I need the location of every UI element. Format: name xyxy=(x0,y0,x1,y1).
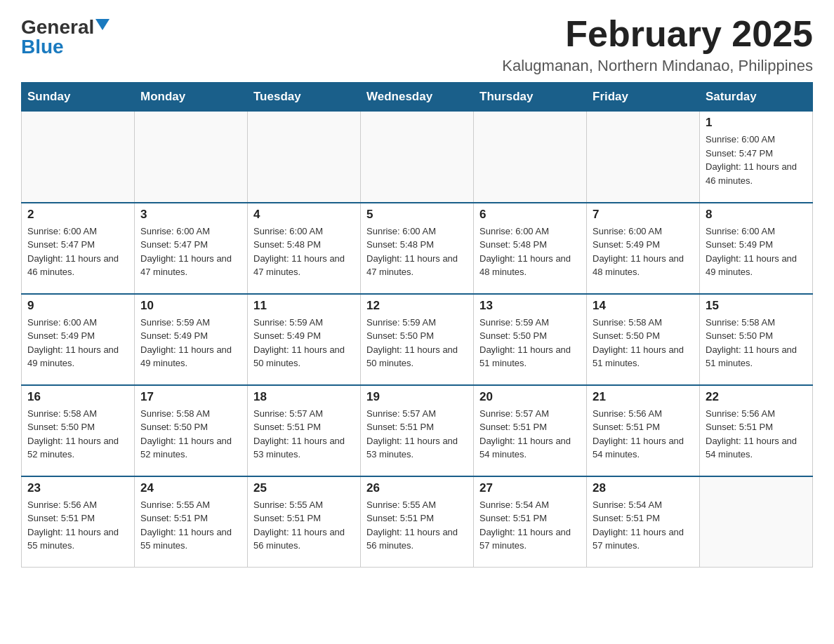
day-info: Sunrise: 5:59 AMSunset: 5:50 PMDaylight:… xyxy=(366,316,468,370)
day-number: 20 xyxy=(479,390,581,404)
day-info: Sunrise: 5:56 AMSunset: 5:51 PMDaylight:… xyxy=(27,498,128,553)
day-number: 1 xyxy=(706,116,807,130)
calendar-cell xyxy=(587,112,700,203)
header: General Blue February 2025 Kalugmanan, N… xyxy=(21,14,813,75)
day-info: Sunrise: 6:00 AMSunset: 5:47 PMDaylight:… xyxy=(140,224,241,279)
calendar-cell xyxy=(248,112,361,203)
calendar-cell: 4Sunrise: 6:00 AMSunset: 5:48 PMDaylight… xyxy=(248,203,361,294)
calendar-cell: 1Sunrise: 6:00 AMSunset: 5:47 PMDaylight… xyxy=(700,112,813,203)
logo-triangle-icon xyxy=(95,19,110,30)
day-number: 5 xyxy=(366,208,468,222)
calendar-table: SundayMondayTuesdayWednesdayThursdayFrid… xyxy=(21,82,813,568)
day-info: Sunrise: 6:00 AMSunset: 5:47 PMDaylight:… xyxy=(27,224,128,279)
day-number: 18 xyxy=(253,390,355,404)
day-number: 25 xyxy=(253,481,355,495)
day-number: 17 xyxy=(140,390,241,404)
day-number: 27 xyxy=(479,481,581,495)
calendar-cell: 19Sunrise: 5:57 AMSunset: 5:51 PMDayligh… xyxy=(361,385,474,476)
day-number: 24 xyxy=(140,481,241,495)
header-day-tuesday: Tuesday xyxy=(248,83,361,112)
day-info: Sunrise: 5:57 AMSunset: 5:51 PMDaylight:… xyxy=(366,407,468,462)
header-day-monday: Monday xyxy=(135,83,248,112)
header-day-sunday: Sunday xyxy=(22,83,135,112)
day-number: 28 xyxy=(593,481,694,495)
day-number: 15 xyxy=(706,299,807,313)
day-info: Sunrise: 6:00 AMSunset: 5:48 PMDaylight:… xyxy=(253,224,355,279)
day-number: 2 xyxy=(27,208,128,222)
calendar-cell: 14Sunrise: 5:58 AMSunset: 5:50 PMDayligh… xyxy=(587,294,700,385)
calendar-cell: 9Sunrise: 6:00 AMSunset: 5:49 PMDaylight… xyxy=(22,294,135,385)
title-area: February 2025 Kalugmanan, Northern Minda… xyxy=(502,14,813,75)
day-number: 26 xyxy=(366,481,468,495)
day-info: Sunrise: 5:56 AMSunset: 5:51 PMDaylight:… xyxy=(706,407,807,462)
week-row-2: 2Sunrise: 6:00 AMSunset: 5:47 PMDaylight… xyxy=(22,203,813,294)
calendar-cell: 26Sunrise: 5:55 AMSunset: 5:51 PMDayligh… xyxy=(361,476,474,568)
day-info: Sunrise: 5:59 AMSunset: 5:49 PMDaylight:… xyxy=(140,316,241,370)
week-row-1: 1Sunrise: 6:00 AMSunset: 5:47 PMDaylight… xyxy=(22,112,813,203)
calendar-cell: 5Sunrise: 6:00 AMSunset: 5:48 PMDaylight… xyxy=(361,203,474,294)
week-row-4: 16Sunrise: 5:58 AMSunset: 5:50 PMDayligh… xyxy=(22,385,813,476)
calendar-cell: 27Sunrise: 5:54 AMSunset: 5:51 PMDayligh… xyxy=(474,476,587,568)
day-number: 13 xyxy=(479,299,581,313)
day-number: 22 xyxy=(706,390,807,404)
day-info: Sunrise: 5:59 AMSunset: 5:50 PMDaylight:… xyxy=(479,316,581,370)
day-info: Sunrise: 5:54 AMSunset: 5:51 PMDaylight:… xyxy=(479,498,581,553)
calendar-cell: 17Sunrise: 5:58 AMSunset: 5:50 PMDayligh… xyxy=(135,385,248,476)
calendar-cell xyxy=(474,112,587,203)
calendar-subtitle: Kalugmanan, Northern Mindanao, Philippin… xyxy=(502,57,813,75)
day-info: Sunrise: 5:57 AMSunset: 5:51 PMDaylight:… xyxy=(253,407,355,462)
day-info: Sunrise: 5:58 AMSunset: 5:50 PMDaylight:… xyxy=(140,407,241,462)
day-number: 14 xyxy=(593,299,694,313)
calendar-cell: 13Sunrise: 5:59 AMSunset: 5:50 PMDayligh… xyxy=(474,294,587,385)
calendar-cell: 25Sunrise: 5:55 AMSunset: 5:51 PMDayligh… xyxy=(248,476,361,568)
calendar-cell xyxy=(700,476,813,568)
calendar-cell: 18Sunrise: 5:57 AMSunset: 5:51 PMDayligh… xyxy=(248,385,361,476)
logo-general-text: General xyxy=(21,18,94,37)
calendar-cell: 16Sunrise: 5:58 AMSunset: 5:50 PMDayligh… xyxy=(22,385,135,476)
day-info: Sunrise: 5:58 AMSunset: 5:50 PMDaylight:… xyxy=(706,316,807,370)
calendar-cell: 21Sunrise: 5:56 AMSunset: 5:51 PMDayligh… xyxy=(587,385,700,476)
day-info: Sunrise: 5:58 AMSunset: 5:50 PMDaylight:… xyxy=(27,407,128,462)
day-info: Sunrise: 5:55 AMSunset: 5:51 PMDaylight:… xyxy=(253,498,355,553)
day-info: Sunrise: 5:57 AMSunset: 5:51 PMDaylight:… xyxy=(479,407,581,462)
day-number: 4 xyxy=(253,208,355,222)
day-info: Sunrise: 6:00 AMSunset: 5:48 PMDaylight:… xyxy=(479,224,581,279)
day-info: Sunrise: 6:00 AMSunset: 5:47 PMDaylight:… xyxy=(706,133,807,187)
day-info: Sunrise: 5:58 AMSunset: 5:50 PMDaylight:… xyxy=(593,316,694,370)
calendar-cell: 10Sunrise: 5:59 AMSunset: 5:49 PMDayligh… xyxy=(135,294,248,385)
day-info: Sunrise: 5:55 AMSunset: 5:51 PMDaylight:… xyxy=(140,498,241,553)
day-info: Sunrise: 6:00 AMSunset: 5:49 PMDaylight:… xyxy=(27,316,128,370)
calendar-cell: 11Sunrise: 5:59 AMSunset: 5:49 PMDayligh… xyxy=(248,294,361,385)
header-day-friday: Friday xyxy=(587,83,700,112)
day-number: 19 xyxy=(366,390,468,404)
calendar-title: February 2025 xyxy=(502,14,813,54)
week-row-3: 9Sunrise: 6:00 AMSunset: 5:49 PMDaylight… xyxy=(22,294,813,385)
calendar-cell: 12Sunrise: 5:59 AMSunset: 5:50 PMDayligh… xyxy=(361,294,474,385)
calendar-cell xyxy=(135,112,248,203)
calendar-cell: 6Sunrise: 6:00 AMSunset: 5:48 PMDaylight… xyxy=(474,203,587,294)
calendar-cell: 28Sunrise: 5:54 AMSunset: 5:51 PMDayligh… xyxy=(587,476,700,568)
day-number: 16 xyxy=(27,390,128,404)
calendar-cell xyxy=(22,112,135,203)
day-number: 6 xyxy=(479,208,581,222)
logo-blue-text: Blue xyxy=(21,37,64,57)
calendar-cell: 3Sunrise: 6:00 AMSunset: 5:47 PMDaylight… xyxy=(135,203,248,294)
day-info: Sunrise: 6:00 AMSunset: 5:49 PMDaylight:… xyxy=(593,224,694,279)
day-number: 10 xyxy=(140,299,241,313)
header-day-thursday: Thursday xyxy=(474,83,587,112)
day-number: 8 xyxy=(706,208,807,222)
header-row: SundayMondayTuesdayWednesdayThursdayFrid… xyxy=(22,83,813,112)
header-day-wednesday: Wednesday xyxy=(361,83,474,112)
day-info: Sunrise: 5:59 AMSunset: 5:49 PMDaylight:… xyxy=(253,316,355,370)
day-number: 7 xyxy=(593,208,694,222)
calendar-cell: 7Sunrise: 6:00 AMSunset: 5:49 PMDaylight… xyxy=(587,203,700,294)
day-number: 11 xyxy=(253,299,355,313)
day-info: Sunrise: 6:00 AMSunset: 5:49 PMDaylight:… xyxy=(706,224,807,279)
header-day-saturday: Saturday xyxy=(700,83,813,112)
day-number: 3 xyxy=(140,208,241,222)
calendar-cell: 2Sunrise: 6:00 AMSunset: 5:47 PMDaylight… xyxy=(22,203,135,294)
day-number: 23 xyxy=(27,481,128,495)
calendar-cell: 20Sunrise: 5:57 AMSunset: 5:51 PMDayligh… xyxy=(474,385,587,476)
week-row-5: 23Sunrise: 5:56 AMSunset: 5:51 PMDayligh… xyxy=(22,476,813,568)
day-info: Sunrise: 5:56 AMSunset: 5:51 PMDaylight:… xyxy=(593,407,694,462)
